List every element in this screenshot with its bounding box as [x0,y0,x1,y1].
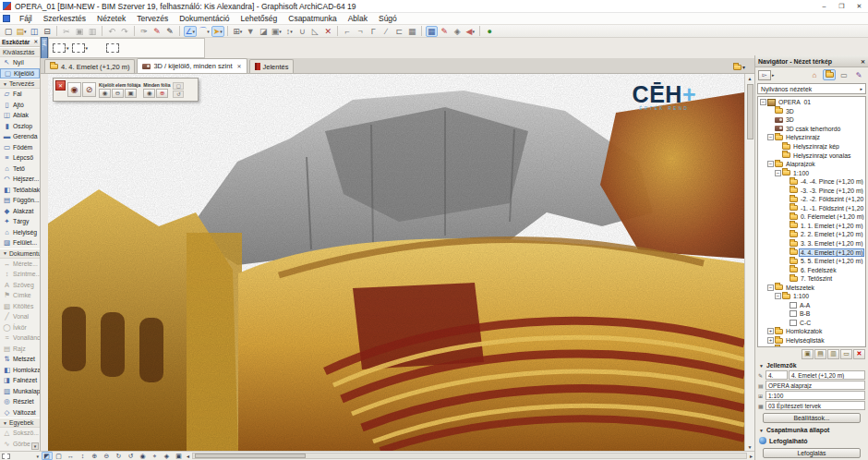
spin-button[interactable]: ↺ [126,452,137,460]
marker-button[interactable]: ¬ [355,26,367,37]
pin-button[interactable]: ↕▾ [283,26,295,37]
expand-icon[interactable]: + [767,337,774,344]
frame-button[interactable]: ⊏ [393,26,405,37]
tab-list-button[interactable]: ▾ [733,64,745,70]
tree-item-7-tet-szint[interactable]: 7. Tetőszint [758,274,865,284]
minimize-button[interactable]: – [815,0,833,12]
tool-fellet[interactable]: ▨Felület... [0,237,40,248]
gravity-button[interactable]: ▼ [245,26,257,37]
save-button[interactable]: ◫ [29,26,41,37]
render-preview-button[interactable]: ▦ [406,26,418,37]
tree-item-helysz-nrajz-vonalas[interactable]: Helyszínrajz vonalas [758,151,865,160]
layout-book-button[interactable]: ▭ [838,69,850,80]
tool-oszlop[interactable]: ▮Oszlop [0,121,40,132]
menu-szerkesztés[interactable]: Szerkesztés [38,14,91,23]
measure-button[interactable]: ◺ [309,26,321,37]
tree-item-0-f-lemelet-1-20-m-[interactable]: 0. Félemelet (+1,20 m) [758,212,865,222]
tree-item-alaprajzok[interactable]: −Alaprajzok [758,160,865,169]
tab-3d-kijel-l-minden-szint[interactable]: 3D / kijelölő, minden szint✕ [137,58,247,73]
teamwork-refresh-button[interactable]: ● [484,26,496,37]
eraser-button[interactable]: ◪ [258,26,270,37]
model-3d-viewport[interactable]: CĒH+ ÉRTÉK REND ✕ ◉⊘ Kijelölt elem fóliá… [48,74,744,451]
tab-jelent-s[interactable]: Jelentés [249,59,295,73]
tree-item-c-c[interactable]: C-C [758,319,865,328]
tree-item-5-5-emelet-1-20-m-[interactable]: 5. 5. Emelet (+1,20 m) [758,257,865,266]
toolbox-scroll-down[interactable]: ▾ [31,442,39,450]
maximize-button[interactable]: ❐ [833,0,850,12]
tool-vltozat[interactable]: ◇Változat [0,407,40,418]
tool-homlokzat[interactable]: ◧Homlokzat [0,365,40,376]
tree-item--2-2-f-ldszint-1-20-m-[interactable]: -2. -2. Földszint (+1,20 m) [758,195,865,204]
tree-item--1-1-f-ldszint-1-20-m-[interactable]: -1. -1. Földszint (+1,20 m) [758,204,865,213]
new-document-button[interactable]: ▢ [3,26,15,37]
tool-tet[interactable]: ⌂Tető [0,163,40,175]
dropdown-caret-icon[interactable]: ▾ [279,29,282,34]
close-button[interactable]: ✕ [850,0,868,12]
reserve-button[interactable]: Lefoglalás [763,448,861,458]
hscroll-left-icon[interactable]: ◂ [185,453,191,459]
quick-layers-close-button[interactable]: ✕ [55,80,66,91]
menu-dokumentáció[interactable]: Dokumentáció [174,14,235,23]
navigator-close-icon[interactable]: ✕ [861,58,865,65]
collapse-icon[interactable]: − [775,293,781,299]
toolbox-section-kiválasztás[interactable]: Kiválasztás [0,47,40,57]
tool-lpcs[interactable]: ≡Lépcső [0,152,40,163]
tool-fggn[interactable]: ▤Függön... [0,195,40,206]
tree-item--4-4-pince-1-20-m-[interactable]: -4. -4. Pince (+1,20 m) [758,177,865,187]
dropdown-caret-icon[interactable]: ▾ [193,29,196,34]
marquee-all-floors-button[interactable] [72,43,85,53]
toolbox-close-icon[interactable]: ✕ [33,39,38,44]
dropdown-caret-icon[interactable]: ▾ [472,29,475,34]
tab-4-4-emelet-1-20-m-[interactable]: 4. 4. Emelet (+1,20 m) [44,59,135,73]
zoom-rect-button[interactable]: ▢ [54,452,65,460]
collapse-icon[interactable]: − [767,284,774,291]
canvas-vertical-scrollbar[interactable]: ▲ ▼ [744,74,754,451]
snap-reference-button[interactable]: ➤▾ [211,26,224,37]
tree-item-1-100[interactable]: −1:100 [758,292,865,301]
toolbox-section-tervezés[interactable]: ▼Tervezés [0,79,40,89]
zoom-out-button[interactable]: ⊖ [102,452,113,460]
open-project-button[interactable]: ▤▾ [16,26,28,37]
tree-item-1-1-emelet-1-20-m-[interactable]: 1. 1. Emelet (+1,20 m) [758,222,865,231]
tree-item-homlokzatok[interactable]: +Homlokzatok [758,327,865,336]
menu-csapatmunka[interactable]: Csapatmunka [283,14,342,23]
tab-close-icon[interactable]: ✕ [236,63,241,69]
zoom-dynamic-button[interactable]: ↕ [78,452,89,460]
menu-súgó[interactable]: Súgó [373,14,403,23]
clone-view-button[interactable]: ▣ [802,349,814,359]
tool-metszet[interactable]: ⇅Metszet [0,354,40,365]
dropdown-caret-icon[interactable]: ▾ [207,29,210,34]
toolbox-section-dokumentum[interactable]: ▼Dokumentum [0,248,40,259]
tool-alakzat[interactable]: ◆Alakzat [0,206,40,217]
isolate-selection-layer-button[interactable]: ▣ [125,89,137,98]
project-chooser-button[interactable]: ▻ [758,70,771,80]
tree-item-a-a[interactable]: A-A [758,301,865,310]
slope-button[interactable]: ∕ [380,26,392,37]
pan-button[interactable]: ↔ [66,452,77,460]
dropdown-caret-icon[interactable]: ▾ [66,45,69,51]
horizontal-scroll-thumb[interactable] [195,454,306,458]
tool-falnzet[interactable]: ◨Falnézet [0,375,40,386]
quick-layers-extra-button[interactable]: ▢ [173,82,184,90]
tree-item-metszetek[interactable]: −Metszetek [758,283,865,292]
fly-mode-button[interactable]: ▣ [174,452,185,460]
tool-hjszer[interactable]: ◠Héjszer... [0,174,40,185]
tree-item-opera_01[interactable]: −OPERA_01 [758,98,865,107]
select-zoom-button[interactable]: ◩ [42,452,53,460]
section-marker-button[interactable]: Γ [368,26,380,37]
new-folder-button[interactable]: ▤ [814,349,826,359]
hotlink-button[interactable]: ⌐ [342,26,354,37]
menu-fájl[interactable]: Fájl [14,14,38,23]
collapse-icon[interactable]: − [767,134,774,140]
lock-all-layers-button[interactable]: ⊕ [156,89,168,98]
speaker-button[interactable]: ◀▾ [464,26,476,37]
teamwork-section-header[interactable]: ▼ Csapatmunka állapot [755,425,868,435]
tool-fdm[interactable]: ▭Födém [0,142,40,153]
canvas-horizontal-scrollbar[interactable] [192,453,747,459]
rename-item-button[interactable]: ▭ [840,349,852,359]
grid-snap-button[interactable]: ⊞▾ [232,26,244,37]
tool-nyl[interactable]: ↖Nyíl [0,57,40,68]
toggle-layer-visibility-button[interactable]: ◉ [67,82,81,97]
toolbox-section-egyebek[interactable]: ▼Egyebek [0,418,40,428]
dropdown-caret-icon[interactable]: ▾ [220,29,223,34]
